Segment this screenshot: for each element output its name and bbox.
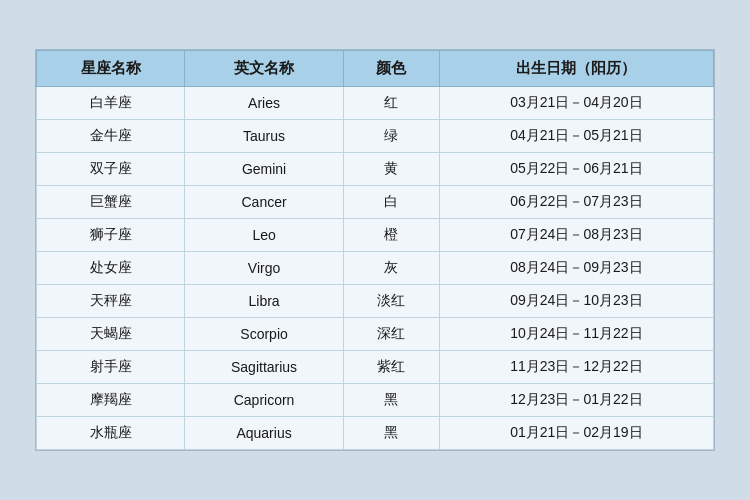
table-header-3: 出生日期（阳历） (439, 51, 713, 87)
table-cell-7-3: 10月24日－11月22日 (439, 318, 713, 351)
zodiac-table: 星座名称英文名称颜色出生日期（阳历） 白羊座Aries红03月21日－04月20… (36, 50, 714, 450)
table-cell-9-3: 12月23日－01月22日 (439, 384, 713, 417)
table-cell-8-1: Sagittarius (185, 351, 344, 384)
table-cell-3-1: Cancer (185, 186, 344, 219)
table-cell-5-2: 灰 (343, 252, 439, 285)
table-cell-0-3: 03月21日－04月20日 (439, 87, 713, 120)
table-cell-0-0: 白羊座 (37, 87, 185, 120)
table-cell-5-0: 处女座 (37, 252, 185, 285)
table-cell-4-2: 橙 (343, 219, 439, 252)
table-cell-8-2: 紫红 (343, 351, 439, 384)
table-row: 处女座Virgo灰08月24日－09月23日 (37, 252, 714, 285)
table-cell-8-0: 射手座 (37, 351, 185, 384)
table-row: 双子座Gemini黄05月22日－06月21日 (37, 153, 714, 186)
table-cell-4-0: 狮子座 (37, 219, 185, 252)
table-row: 天秤座Libra淡红09月24日－10月23日 (37, 285, 714, 318)
table-cell-9-1: Capricorn (185, 384, 344, 417)
table-cell-2-0: 双子座 (37, 153, 185, 186)
table-cell-0-2: 红 (343, 87, 439, 120)
table-cell-5-3: 08月24日－09月23日 (439, 252, 713, 285)
table-cell-1-1: Taurus (185, 120, 344, 153)
table-cell-2-1: Gemini (185, 153, 344, 186)
table-row: 水瓶座Aquarius黑01月21日－02月19日 (37, 417, 714, 450)
table-row: 白羊座Aries红03月21日－04月20日 (37, 87, 714, 120)
table-cell-10-1: Aquarius (185, 417, 344, 450)
table-cell-7-1: Scorpio (185, 318, 344, 351)
table-cell-3-3: 06月22日－07月23日 (439, 186, 713, 219)
table-header-1: 英文名称 (185, 51, 344, 87)
table-cell-2-3: 05月22日－06月21日 (439, 153, 713, 186)
table-cell-7-0: 天蝎座 (37, 318, 185, 351)
table-cell-0-1: Aries (185, 87, 344, 120)
table-cell-5-1: Virgo (185, 252, 344, 285)
table-cell-4-3: 07月24日－08月23日 (439, 219, 713, 252)
table-cell-8-3: 11月23日－12月22日 (439, 351, 713, 384)
table-row: 狮子座Leo橙07月24日－08月23日 (37, 219, 714, 252)
table-cell-1-0: 金牛座 (37, 120, 185, 153)
table-cell-9-2: 黑 (343, 384, 439, 417)
table-cell-4-1: Leo (185, 219, 344, 252)
table-cell-1-2: 绿 (343, 120, 439, 153)
table-cell-10-2: 黑 (343, 417, 439, 450)
table-body: 白羊座Aries红03月21日－04月20日金牛座Taurus绿04月21日－0… (37, 87, 714, 450)
table-row: 射手座Sagittarius紫红11月23日－12月22日 (37, 351, 714, 384)
table-row: 天蝎座Scorpio深红10月24日－11月22日 (37, 318, 714, 351)
table-cell-6-1: Libra (185, 285, 344, 318)
table-row: 巨蟹座Cancer白06月22日－07月23日 (37, 186, 714, 219)
table-header-0: 星座名称 (37, 51, 185, 87)
table-cell-7-2: 深红 (343, 318, 439, 351)
zodiac-table-container: 星座名称英文名称颜色出生日期（阳历） 白羊座Aries红03月21日－04月20… (35, 49, 715, 451)
table-row: 金牛座Taurus绿04月21日－05月21日 (37, 120, 714, 153)
table-cell-10-3: 01月21日－02月19日 (439, 417, 713, 450)
table-cell-6-0: 天秤座 (37, 285, 185, 318)
table-cell-2-2: 黄 (343, 153, 439, 186)
table-cell-6-2: 淡红 (343, 285, 439, 318)
table-cell-10-0: 水瓶座 (37, 417, 185, 450)
table-header-row: 星座名称英文名称颜色出生日期（阳历） (37, 51, 714, 87)
table-cell-6-3: 09月24日－10月23日 (439, 285, 713, 318)
table-cell-9-0: 摩羯座 (37, 384, 185, 417)
table-header-2: 颜色 (343, 51, 439, 87)
table-cell-3-2: 白 (343, 186, 439, 219)
table-row: 摩羯座Capricorn黑12月23日－01月22日 (37, 384, 714, 417)
table-cell-3-0: 巨蟹座 (37, 186, 185, 219)
table-cell-1-3: 04月21日－05月21日 (439, 120, 713, 153)
